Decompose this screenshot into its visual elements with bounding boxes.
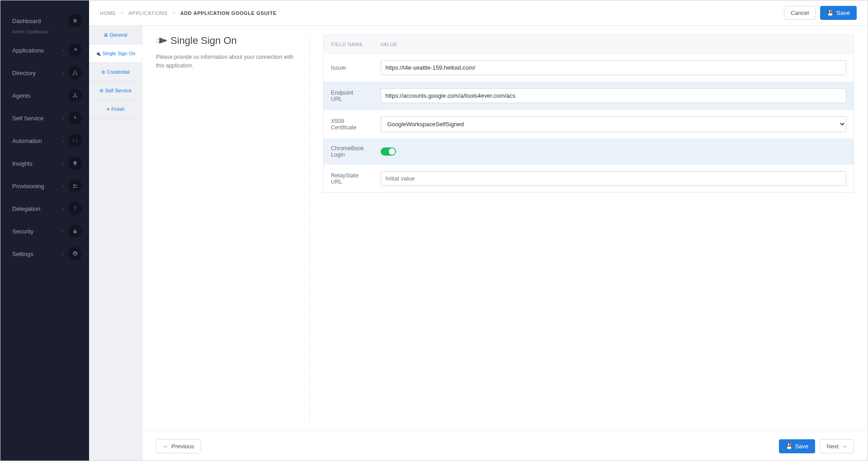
step-general[interactable]: 🖥General [89,26,142,44]
step-label: Single Sign On [102,51,135,56]
svg-rect-0 [75,71,76,72]
svg-rect-5 [74,231,77,233]
sidebar-item-label: Self Service [12,115,43,122]
cogs-icon: ⚙ [101,70,105,75]
table-header-value: VALUE [373,35,854,54]
wizard-steps: 🖥General 🔌Single Sign On ⚙Credential ⚙Se… [89,26,142,461]
sidebar-item-agents[interactable]: Agents [0,84,89,107]
svg-point-3 [73,184,75,186]
issuer-label: Issuer [324,54,373,82]
issuer-input[interactable] [381,60,847,75]
gear-icon [68,247,82,261]
endpoint-input[interactable] [381,88,847,103]
step-selfservice[interactable]: ⚙Self Service [89,81,142,100]
footer-save-button[interactable]: 💾 Save [779,439,816,453]
cubes-icon [68,89,82,102]
sidebar-item-selfservice[interactable]: Self Service ‹ [0,107,89,129]
chevron-left-icon: ‹ [62,161,64,166]
chromebook-label: ChromeBook Login [324,139,373,165]
code-icon [68,134,82,147]
save-button-label: Save [836,10,850,16]
pin-icon [68,43,82,57]
save-button[interactable]: 💾 Save [820,6,857,20]
sidebar-item-label: Settings [12,251,33,257]
panel-title: 🔌 Single Sign On [156,35,296,47]
row-issuer: Issuer [324,54,854,82]
chevron-left-icon: ‹ [62,138,64,143]
chevron-left-icon: ‹ [62,229,64,234]
arrow-right-icon: → [841,443,847,450]
sidebar-item-provisioning[interactable]: Provisioning ‹ [0,175,89,197]
table-header-field: FIELD NAME [324,35,373,54]
sidebar-item-label: Delegation [12,205,40,212]
step-finish[interactable]: ✈Finish [89,100,142,119]
form-area: FIELD NAME VALUE Issuer Endpo [323,35,854,423]
relay-label: RelayState URL [324,165,373,193]
panel: 🔌 Single Sign On Please provide us infor… [142,26,868,461]
sitemap-icon [68,66,82,80]
panel-footer: ← Previous 💾 Save Next → [142,432,868,461]
topbar-actions: Cancel 💾 Save [784,6,857,20]
sidebar-item-label: Provisioning [12,183,44,190]
relay-input[interactable] [381,171,847,186]
breadcrumb-home[interactable]: HOME [100,10,116,16]
chevron-right-icon: › [121,10,123,15]
row-chromebook: ChromeBook Login [324,139,854,165]
plane-icon: ✈ [106,107,110,112]
chevron-right-icon: › [173,10,175,15]
topbar: HOME › APPLICATIONS › ADD APPLICATION GO… [89,0,868,26]
breadcrumb: HOME › APPLICATIONS › ADD APPLICATION GO… [100,10,277,16]
save-icon: 💾 [827,10,834,16]
step-sso[interactable]: 🔌Single Sign On [89,44,142,63]
cancel-button[interactable]: Cancel [784,6,816,20]
sidebar-item-settings[interactable]: Settings ‹ [0,242,89,265]
chevron-left-icon: ‹ [62,252,64,257]
save-icon: 💾 [786,443,793,450]
cert-select[interactable]: GoogleWorkspaceSelfSigned [381,116,847,132]
breadcrumb-current: ADD APPLICATION GOOGLE GSUITE [180,10,277,16]
sidebar-item-security[interactable]: Security ‹ [0,220,89,242]
bulb-icon [68,157,82,170]
monitor-icon: 🖥 [104,33,108,38]
sidebar-item-label: Directory [12,70,36,76]
sidebar-item-directory[interactable]: Directory ‹ [0,62,89,84]
sidebar-item-dashboard[interactable]: Dashboard [0,10,89,32]
endpoint-label: Endpoint URL [324,82,373,110]
users-icon [68,179,82,193]
svg-rect-1 [73,74,74,76]
sidebar-item-insights[interactable]: Insights ‹ [0,152,89,175]
next-button[interactable]: Next → [820,439,854,453]
step-label: General [109,32,127,38]
form-table: FIELD NAME VALUE Issuer Endpo [323,35,854,193]
panel-title-text: Single Sign On [170,35,237,47]
panel-description-area: 🔌 Single Sign On Please provide us infor… [156,35,310,423]
chevron-left-icon: ‹ [62,206,64,211]
main-content: HOME › APPLICATIONS › ADD APPLICATION GO… [89,0,868,461]
sidebar-item-applications[interactable]: Applications ‹ [0,39,89,62]
sidebar-item-automation[interactable]: Automation ‹ [0,129,89,152]
step-label: Self Service [105,88,132,93]
cert-label: X509 Certificate [324,110,373,139]
previous-button[interactable]: ← Previous [156,439,201,453]
sidebar: Dashboard Admin Dashboard Applications ‹… [0,0,89,461]
next-label: Next [826,443,839,450]
chromebook-toggle[interactable] [381,147,396,156]
sidebar-item-label: Insights [12,160,33,167]
row-cert: X509 Certificate GoogleWorkspaceSelfSign… [324,110,854,139]
plug-icon: 🔌 [154,33,168,48]
breadcrumb-applications[interactable]: APPLICATIONS [128,10,167,16]
footer-save-label: Save [795,443,809,450]
step-credential[interactable]: ⚙Credential [89,63,142,81]
home-icon [68,14,82,28]
question-icon: ? [68,202,82,215]
chevron-left-icon: ‹ [62,116,64,121]
toggle-knob [389,148,395,155]
sidebar-item-delegation[interactable]: Delegation ‹ ? [0,197,89,220]
row-relay: RelayState URL [324,165,854,193]
step-label: Credential [107,69,129,75]
sidebar-item-label: Security [12,228,33,235]
chevron-left-icon: ‹ [62,48,64,53]
plug-icon: 🔌 [95,51,101,56]
sidebar-item-label: Dashboard [12,18,41,24]
arrow-left-icon: ← [163,443,169,450]
